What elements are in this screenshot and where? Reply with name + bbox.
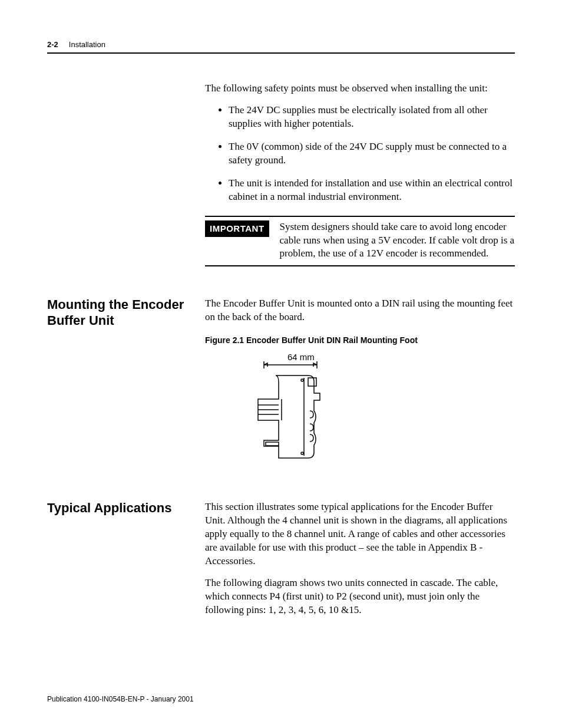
list-item: The unit is intended for installation an… [229,177,515,204]
svg-rect-7 [266,442,279,446]
heading-applications: Typical Applications [47,500,189,516]
main-column-mounting: The Encoder Buffer Unit is mounted onto … [205,297,515,470]
page: 2-2 Installation The following safety po… [0,0,562,728]
important-box: IMPORTANT System designers should take c… [205,216,515,267]
important-text: System designers should take care to avo… [280,220,515,261]
intro-paragraph: The following safety points must be obse… [205,82,515,95]
figure-diagram: 64 mm [246,352,352,470]
important-label: IMPORTANT [205,220,269,237]
running-header: 2-2 Installation [47,40,515,54]
svg-point-11 [301,452,303,454]
chapter-name: Installation [69,40,105,49]
main-column-safety: The following safety points must be obse… [205,82,515,297]
section-mounting: Mounting the Encoder Buffer Unit The Enc… [47,297,515,470]
mounting-body: The Encoder Buffer Unit is mounted onto … [205,297,515,324]
heading-mounting: Mounting the Encoder Buffer Unit [47,297,189,328]
applications-body-1: This section illustrates some typical ap… [205,500,515,568]
side-column-mounting: Mounting the Encoder Buffer Unit [47,297,189,328]
main-column-applications: This section illustrates some typical ap… [205,500,515,625]
section-safety: The following safety points must be obse… [47,82,515,297]
publication-note: Publication 4100-IN054B-EN-P - January 2… [47,695,194,703]
page-number: 2-2 [47,40,58,49]
svg-point-9 [301,379,303,381]
figure-caption: Figure 2.1 Encoder Buffer Unit DIN Rail … [205,335,515,346]
list-item: The 0V (common) side of the 24V DC suppl… [229,140,515,167]
list-item: The 24V DC supplies must be electrically… [229,104,515,131]
side-column-applications: Typical Applications [47,500,189,516]
figure-dimension-label: 64 mm [287,352,315,362]
section-applications: Typical Applications This section illust… [47,500,515,625]
applications-body-2: The following diagram shows two units co… [205,577,515,617]
safety-list: The 24V DC supplies must be electrically… [205,104,515,204]
svg-rect-8 [308,378,316,386]
